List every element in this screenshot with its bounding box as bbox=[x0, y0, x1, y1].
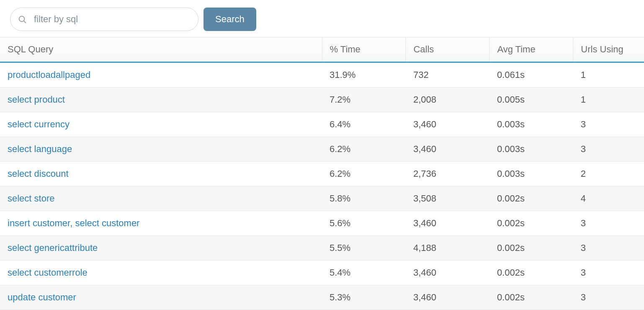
search-wrap bbox=[10, 8, 198, 31]
cell-query: productloadallpaged bbox=[0, 62, 322, 88]
cell-urls-using: 3 bbox=[573, 137, 644, 162]
table-row: select currency6.4%3,4600.003s3 bbox=[0, 112, 644, 137]
query-link[interactable]: insert customer, select customer bbox=[8, 218, 139, 228]
cell-pct-time: 6.2% bbox=[322, 137, 406, 162]
query-link[interactable]: update customer bbox=[8, 292, 76, 302]
search-button[interactable]: Search bbox=[204, 8, 256, 31]
cell-calls: 4,188 bbox=[406, 236, 489, 261]
cell-query: select customerrole bbox=[0, 261, 322, 285]
col-header-avg-time[interactable]: Avg Time bbox=[489, 37, 573, 62]
cell-avg-time: 0.003s bbox=[489, 137, 573, 162]
query-link[interactable]: select genericattribute bbox=[8, 243, 98, 253]
cell-avg-time: 0.002s bbox=[489, 285, 573, 310]
table-header-row: SQL Query % Time Calls Avg Time Urls Usi… bbox=[0, 37, 644, 62]
cell-urls-using: 3 bbox=[573, 261, 644, 285]
sql-query-table: SQL Query % Time Calls Avg Time Urls Usi… bbox=[0, 37, 644, 310]
query-link[interactable]: select discount bbox=[8, 168, 69, 179]
col-header-query[interactable]: SQL Query bbox=[0, 37, 322, 62]
cell-urls-using: 1 bbox=[573, 62, 644, 88]
cell-avg-time: 0.002s bbox=[489, 261, 573, 285]
cell-pct-time: 5.6% bbox=[322, 211, 406, 236]
cell-query: select language bbox=[0, 137, 322, 162]
cell-calls: 2,008 bbox=[406, 88, 489, 112]
table-row: select language6.2%3,4600.003s3 bbox=[0, 137, 644, 162]
cell-avg-time: 0.005s bbox=[489, 88, 573, 112]
cell-calls: 2,736 bbox=[406, 162, 489, 186]
cell-query: select discount bbox=[0, 162, 322, 186]
table-row: select store5.8%3,5080.002s4 bbox=[0, 186, 644, 211]
cell-avg-time: 0.003s bbox=[489, 162, 573, 186]
cell-pct-time: 6.4% bbox=[322, 112, 406, 137]
col-header-urls-using[interactable]: Urls Using bbox=[573, 37, 644, 62]
cell-urls-using: 3 bbox=[573, 211, 644, 236]
cell-calls: 3,460 bbox=[406, 112, 489, 137]
cell-calls: 3,508 bbox=[406, 186, 489, 211]
table-row: select discount6.2%2,7360.003s2 bbox=[0, 162, 644, 186]
cell-query: insert customer, select customer bbox=[0, 211, 322, 236]
cell-urls-using: 3 bbox=[573, 285, 644, 310]
query-link[interactable]: select product bbox=[8, 94, 65, 105]
cell-pct-time: 5.4% bbox=[322, 261, 406, 285]
cell-calls: 732 bbox=[406, 62, 489, 88]
search-input[interactable] bbox=[10, 8, 198, 31]
col-header-calls[interactable]: Calls bbox=[406, 37, 489, 62]
query-link[interactable]: select customerrole bbox=[8, 267, 88, 278]
toolbar: Search bbox=[0, 0, 644, 37]
query-link[interactable]: select store bbox=[8, 193, 55, 204]
query-link[interactable]: productloadallpaged bbox=[8, 70, 90, 80]
cell-pct-time: 7.2% bbox=[322, 88, 406, 112]
cell-pct-time: 5.5% bbox=[322, 236, 406, 261]
cell-urls-using: 4 bbox=[573, 186, 644, 211]
cell-query: select genericattribute bbox=[0, 236, 322, 261]
cell-query: select product bbox=[0, 88, 322, 112]
cell-calls: 3,460 bbox=[406, 137, 489, 162]
col-header-pct-time[interactable]: % Time bbox=[322, 37, 406, 62]
table-row: update customer5.3%3,4600.002s3 bbox=[0, 285, 644, 310]
cell-query: update customer bbox=[0, 285, 322, 310]
cell-avg-time: 0.002s bbox=[489, 236, 573, 261]
cell-urls-using: 2 bbox=[573, 162, 644, 186]
table-row: select genericattribute5.5%4,1880.002s3 bbox=[0, 236, 644, 261]
table-row: insert customer, select customer5.6%3,46… bbox=[0, 211, 644, 236]
query-link[interactable]: select currency bbox=[8, 119, 70, 129]
table-row: productloadallpaged31.9%7320.061s1 bbox=[0, 62, 644, 88]
cell-urls-using: 3 bbox=[573, 112, 644, 137]
cell-calls: 3,460 bbox=[406, 261, 489, 285]
table-row: select customerrole5.4%3,4600.002s3 bbox=[0, 261, 644, 285]
query-link[interactable]: select language bbox=[8, 144, 72, 154]
table-row: select product7.2%2,0080.005s1 bbox=[0, 88, 644, 112]
cell-urls-using: 3 bbox=[573, 236, 644, 261]
cell-query: select store bbox=[0, 186, 322, 211]
cell-avg-time: 0.002s bbox=[489, 211, 573, 236]
cell-avg-time: 0.003s bbox=[489, 112, 573, 137]
cell-pct-time: 5.8% bbox=[322, 186, 406, 211]
cell-calls: 3,460 bbox=[406, 285, 489, 310]
cell-pct-time: 31.9% bbox=[322, 62, 406, 88]
cell-urls-using: 1 bbox=[573, 88, 644, 112]
cell-pct-time: 5.3% bbox=[322, 285, 406, 310]
cell-query: select currency bbox=[0, 112, 322, 137]
cell-avg-time: 0.061s bbox=[489, 62, 573, 88]
cell-calls: 3,460 bbox=[406, 211, 489, 236]
cell-pct-time: 6.2% bbox=[322, 162, 406, 186]
cell-avg-time: 0.002s bbox=[489, 186, 573, 211]
